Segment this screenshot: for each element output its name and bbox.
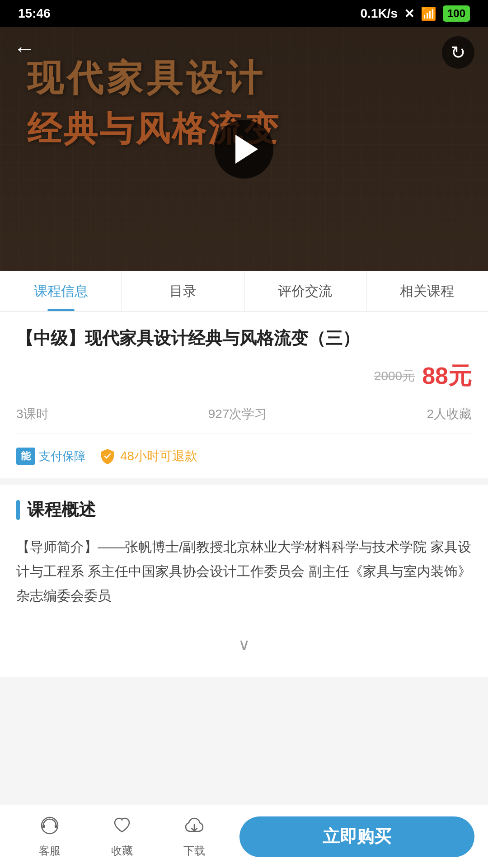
chevron-down-icon: ∨: [238, 635, 250, 654]
status-time: 15:46: [18, 6, 51, 21]
svg-rect-1: [42, 825, 45, 828]
payment-guarantee-badge: 能 支付保障: [16, 448, 86, 465]
refresh-button[interactable]: ↻: [442, 36, 474, 69]
payment-guarantee-text: 支付保障: [39, 448, 86, 464]
overview-title: 课程概述: [27, 498, 96, 521]
shield-icon: [99, 448, 116, 464]
refund-text: 48小时可退款: [120, 448, 197, 465]
tab-catalog[interactable]: 目录: [122, 271, 244, 311]
customer-service-label: 客服: [39, 844, 61, 858]
current-price: 88元: [422, 360, 472, 392]
stats-row: 3课时 927次学习 2人收藏: [16, 406, 472, 434]
price-row: 2000元 88元: [16, 360, 472, 392]
buy-button[interactable]: 立即购买: [239, 816, 474, 857]
nav-download[interactable]: 下载: [158, 816, 230, 858]
lessons-count: 3课时: [16, 406, 49, 423]
video-player: 现代家具设计 经典与风格流变 ← ↻: [0, 27, 488, 271]
tab-related[interactable]: 相关课程: [366, 271, 488, 311]
nav-collect[interactable]: 收藏: [86, 816, 158, 858]
svg-rect-2: [55, 825, 57, 828]
video-title-main: 现代家具设计: [27, 54, 461, 103]
overview-header: 课程概述: [16, 498, 472, 521]
download-label: 下载: [183, 844, 205, 858]
overview-bar-decoration: [16, 500, 20, 520]
battery-indicator: 100: [443, 5, 470, 22]
collect-count: 2人收藏: [427, 406, 472, 423]
course-title: 【中级】现代家具设计经典与风格流变（三）: [16, 326, 472, 351]
section-divider: [0, 478, 488, 485]
neng-box: 能: [16, 448, 35, 465]
collect-label: 收藏: [111, 844, 133, 858]
tab-course-info[interactable]: 课程信息: [0, 271, 122, 311]
status-bar: 15:46 0.1K/s ✕ 📶 100: [0, 0, 488, 27]
tab-review[interactable]: 评价交流: [244, 271, 366, 311]
original-price: 2000元: [374, 368, 415, 385]
network-speed: 0.1K/s: [360, 6, 398, 21]
back-button[interactable]: ←: [14, 36, 35, 61]
overview-section: 课程概述 【导师简介】——张帆博士/副教授北京林业大学材料科学与技术学院 家具设…: [0, 485, 488, 677]
x-icon: ✕: [404, 6, 414, 21]
tab-bar: 课程信息 目录 评价交流 相关课程: [0, 271, 488, 312]
status-right: 0.1K/s ✕ 📶 100: [360, 5, 470, 22]
wifi-icon: 📶: [421, 6, 436, 21]
collect-icon: [112, 816, 132, 840]
refund-badge: 48小时可退款: [99, 448, 197, 465]
refresh-icon: ↻: [450, 42, 466, 63]
bottom-nav: 客服 收藏 下载 立即购买: [0, 805, 488, 868]
study-count: 927次学习: [208, 406, 267, 423]
download-icon: [184, 816, 204, 840]
customer-service-icon: [40, 816, 60, 840]
overview-text: 【导师简介】——张帆博士/副教授北京林业大学材料科学与技术学院 家具设计与工程系…: [16, 535, 472, 608]
nav-customer-service[interactable]: 客服: [14, 816, 86, 858]
expand-button[interactable]: ∨: [16, 626, 472, 663]
course-content: 【中级】现代家具设计经典与风格流变（三） 2000元 88元 3课时 927次学…: [0, 312, 488, 478]
play-icon: [235, 135, 258, 164]
badges-row: 能 支付保障 48小时可退款: [16, 448, 472, 465]
play-button[interactable]: [215, 120, 273, 179]
